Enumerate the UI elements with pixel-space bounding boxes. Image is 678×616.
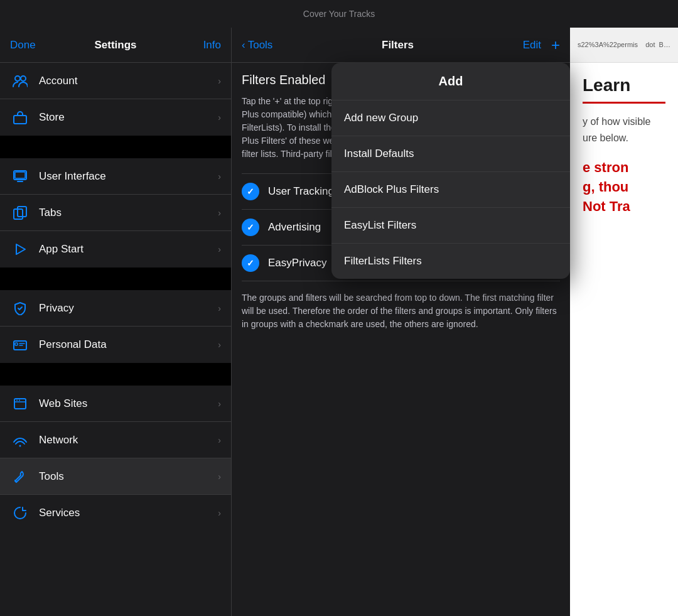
filter-checkbox-advertising: ✓ <box>242 219 259 236</box>
filters-back-button[interactable]: ‹ Tools <box>242 39 272 51</box>
checkmark-icon: ✓ <box>247 222 254 232</box>
filters-footer-text: The groups and filters will be searched … <box>242 281 560 341</box>
learn-title: Learn <box>583 75 665 95</box>
services-chevron: › <box>218 508 221 518</box>
checkmark-icon: ✓ <box>247 258 254 268</box>
status-bar-title: Cover Your Tracks <box>303 9 375 19</box>
settings-info-button[interactable]: Info <box>151 39 221 51</box>
tabs-icon <box>10 203 30 223</box>
settings-title: Settings <box>80 39 151 51</box>
store-label: Store <box>39 111 218 124</box>
personal-data-chevron: › <box>218 340 221 350</box>
filters-panel: ‹ Tools Filters Edit + Filters Enabled T… <box>231 28 570 616</box>
web-sites-icon <box>10 394 30 414</box>
filters-actions: Edit + <box>523 36 560 54</box>
filters-header: ‹ Tools Filters Edit + <box>232 28 570 63</box>
learn-divider <box>583 102 665 104</box>
filter-checkbox-easyprivacy: ✓ <box>242 254 259 272</box>
learn-top-bar: s22%3A%22permis dot Ba ⟳⟲ ↩↪ <box>570 28 678 63</box>
settings-panel: Done Settings Info Account <box>0 28 231 616</box>
network-chevron: › <box>218 435 221 445</box>
tools-label: Tools <box>39 470 218 483</box>
svg-point-11 <box>16 399 18 401</box>
tools-icon <box>10 467 30 487</box>
privacy-chevron: › <box>218 303 221 313</box>
dropdown-item-adblock-plus-filters[interactable]: AdBlock Plus Filters <box>331 172 570 208</box>
account-chevron: › <box>218 76 221 86</box>
settings-item-app-start[interactable]: App Start › <box>0 231 231 267</box>
settings-item-privacy[interactable]: Privacy › <box>0 290 231 327</box>
account-icon <box>10 71 30 91</box>
learn-highlight: e strong, thouNot Tra <box>583 158 665 216</box>
app-start-chevron: › <box>218 244 221 254</box>
app-start-icon <box>10 239 30 259</box>
filters-edit-button[interactable]: Edit <box>523 39 541 51</box>
web-sites-chevron: › <box>218 399 221 409</box>
settings-header: Done Settings Info <box>0 28 231 63</box>
settings-item-tools[interactable]: Tools › <box>0 458 231 495</box>
settings-item-user-interface[interactable]: User Interface › <box>0 158 231 195</box>
network-icon <box>10 430 30 450</box>
learn-content: Learn y of how visibleure below. e stron… <box>570 63 678 616</box>
filters-back-label: Tools <box>248 39 273 51</box>
svg-rect-4 <box>15 172 25 178</box>
svg-point-13 <box>19 445 21 446</box>
main-layout: Done Settings Info Account <box>0 28 678 616</box>
settings-item-personal-data[interactable]: Personal Data › <box>0 327 231 363</box>
section-separator-3 <box>0 363 231 386</box>
tabs-chevron: › <box>218 208 221 218</box>
svg-point-1 <box>21 76 26 81</box>
settings-item-web-sites[interactable]: Web Sites › <box>0 386 231 422</box>
filter-checkbox-user-tracking: ✓ <box>242 183 259 200</box>
user-interface-chevron: › <box>218 171 221 181</box>
chevron-left-icon: ‹ <box>242 39 245 51</box>
dropdown-item-add-new-group[interactable]: Add new Group <box>331 100 570 136</box>
personal-data-icon <box>10 335 30 355</box>
filters-add-button[interactable]: + <box>551 36 560 54</box>
section-separator-1 <box>0 136 231 158</box>
settings-section-2: User Interface › Tabs › <box>0 158 231 267</box>
dropdown-header: Add <box>331 63 570 100</box>
svg-point-12 <box>19 399 20 401</box>
learn-body-text: y of how visibleure below. <box>583 114 665 146</box>
url-bar: s22%3A%22permis dot Ba ⟳⟲ ↩↪ <box>578 41 670 49</box>
settings-item-network[interactable]: Network › <box>0 422 231 458</box>
svg-rect-10 <box>14 399 26 409</box>
web-sites-label: Web Sites <box>39 397 218 410</box>
app-start-label: App Start <box>39 243 218 256</box>
settings-item-tabs[interactable]: Tabs › <box>0 195 231 231</box>
dropdown-item-install-defaults[interactable]: Install Defaults <box>331 136 570 172</box>
filters-title: Filters <box>272 39 522 51</box>
dropdown-item-easylist-filters[interactable]: EasyList Filters <box>331 208 570 244</box>
settings-section-4: Web Sites › Network › <box>0 386 231 531</box>
svg-rect-9 <box>15 343 18 345</box>
status-bar: Cover Your Tracks <box>0 0 678 28</box>
settings-done-button[interactable]: Done <box>10 39 80 51</box>
settings-section-1: Account › Store › <box>0 63 231 136</box>
services-label: Services <box>39 507 218 519</box>
checkmark-icon: ✓ <box>247 186 254 197</box>
account-label: Account <box>39 75 218 87</box>
tabs-label: Tabs <box>39 207 218 219</box>
personal-data-label: Personal Data <box>39 338 218 351</box>
settings-item-store[interactable]: Store › <box>0 99 231 136</box>
svg-point-0 <box>15 76 20 81</box>
dropdown-title: Add <box>439 74 463 88</box>
network-label: Network <box>39 434 218 446</box>
store-icon <box>10 107 30 127</box>
privacy-icon <box>10 298 30 318</box>
add-dropdown-menu: Add Add new Group Install Defaults AdBlo… <box>331 63 570 279</box>
svg-rect-2 <box>14 116 26 124</box>
privacy-label: Privacy <box>39 302 218 315</box>
dropdown-item-filterlists-filters[interactable]: FilterLists Filters <box>331 244 570 279</box>
settings-item-account[interactable]: Account › <box>0 63 231 99</box>
settings-list: Account › Store › <box>0 63 231 616</box>
user-interface-label: User Interface <box>39 170 218 183</box>
settings-section-3: Privacy › Personal Data › <box>0 290 231 363</box>
learn-panel: s22%3A%22permis dot Ba ⟳⟲ ↩↪ Learn y of … <box>570 28 678 616</box>
settings-item-services[interactable]: Services › <box>0 495 231 531</box>
store-chevron: › <box>218 112 221 122</box>
user-interface-icon <box>10 166 30 186</box>
tools-chevron: › <box>218 472 221 482</box>
section-separator-2 <box>0 267 231 290</box>
